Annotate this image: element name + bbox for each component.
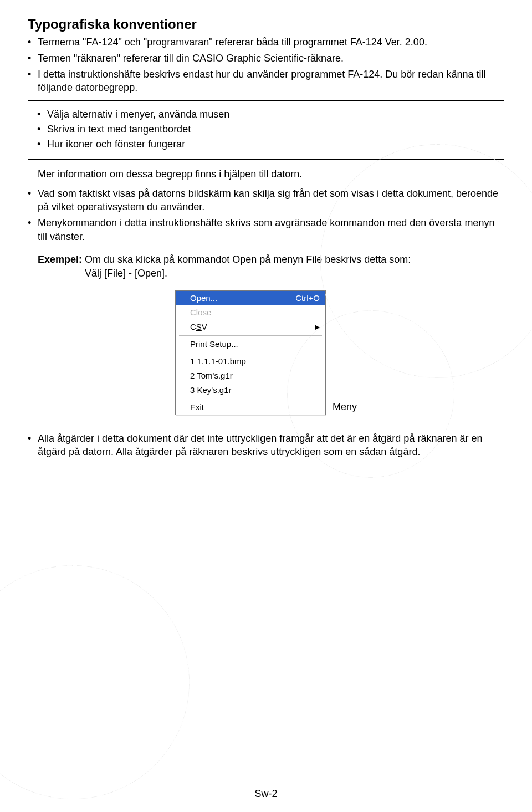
menu-separator-1 (179, 335, 322, 336)
menu-separator-2 (179, 353, 322, 353)
example-text-2: Välj [File] - [Open]. (85, 267, 504, 280)
submenu-arrow-icon: ▶ (315, 323, 320, 331)
menu-item-recent-3[interactable]: 3 Key's.g1r (176, 383, 325, 397)
bullet-4: Vad som faktiskt visas på datorns bildsk… (28, 187, 504, 215)
menu-item-csv-label: CSV (190, 322, 207, 331)
box-bullet-3: Hur ikoner och fönster fungerar (37, 137, 495, 151)
heading-title: Typografiska konventioner (28, 17, 504, 32)
menu-item-exit[interactable]: Exit (176, 400, 325, 415)
document-page: Typografiska konventioner Termerna "FA-1… (0, 0, 532, 812)
end-bullets: Alla åtgärder i detta dokument där det i… (28, 432, 504, 459)
menu-item-recent-2[interactable]: 2 Tom's.g1r (176, 369, 325, 383)
menu-item-close-label: Close (190, 308, 211, 317)
menu-separator-3 (179, 399, 322, 399)
menu-item-recent-3-label: 3 Key's.g1r (190, 385, 232, 395)
page-number: Sw-2 (0, 788, 532, 800)
menu-item-open[interactable]: Open... Ctrl+O (176, 291, 325, 305)
bullet-2: Termen "räknaren" refererar till din CAS… (28, 52, 504, 65)
menu-item-open-label: Open... (190, 293, 217, 303)
mid-bullets: Vad som faktiskt visas på datorns bildsk… (28, 187, 504, 244)
bullet-1: Termerna "FA-124" och "programvaran" ref… (28, 35, 504, 49)
example-block: Exempel: Om du ska klicka på kommandot O… (38, 253, 504, 280)
concepts-box: Välja alternativ i menyer, använda musen… (28, 100, 504, 159)
menu-item-print-label: Print Setup... (190, 339, 238, 349)
file-menu: Open... Ctrl+O Close CSV ▶ Print Setup..… (175, 290, 326, 415)
example-label: Exempel: (38, 254, 82, 265)
box-bullet-1: Välja alternativ i menyer, använda musen (37, 108, 495, 121)
menu-item-close: Close (176, 305, 325, 320)
menu-item-csv[interactable]: CSV ▶ (176, 320, 325, 334)
bullet-3: I detta instruktionshäfte beskrivs endas… (28, 68, 504, 95)
menu-item-exit-label: Exit (190, 402, 204, 412)
bullet-6: Alla åtgärder i detta dokument där det i… (28, 432, 504, 459)
intro-bullets: Termerna "FA-124" och "programvaran" ref… (28, 35, 504, 95)
menu-item-open-shortcut: Ctrl+O (295, 293, 320, 303)
menu-caption: Meny (332, 401, 357, 413)
menu-figure: Open... Ctrl+O Close CSV ▶ Print Setup..… (28, 290, 504, 415)
menu-item-recent-2-label: 2 Tom's.g1r (190, 371, 233, 380)
menu-item-recent-1-label: 1 1.1.1-01.bmp (190, 356, 246, 366)
box-bullet-2: Skriva in text med tangentbordet (37, 122, 495, 136)
example-text-1: Om du ska klicka på kommandot Open på me… (85, 254, 411, 265)
menu-item-recent-1[interactable]: 1 1.1.1-01.bmp (176, 354, 325, 369)
bullet-5: Menykommandon i detta instruktionshäfte … (28, 216, 504, 244)
menu-item-print-setup[interactable]: Print Setup... (176, 337, 325, 351)
afterbox-text: Mer information om dessa begrepp finns i… (38, 167, 504, 181)
